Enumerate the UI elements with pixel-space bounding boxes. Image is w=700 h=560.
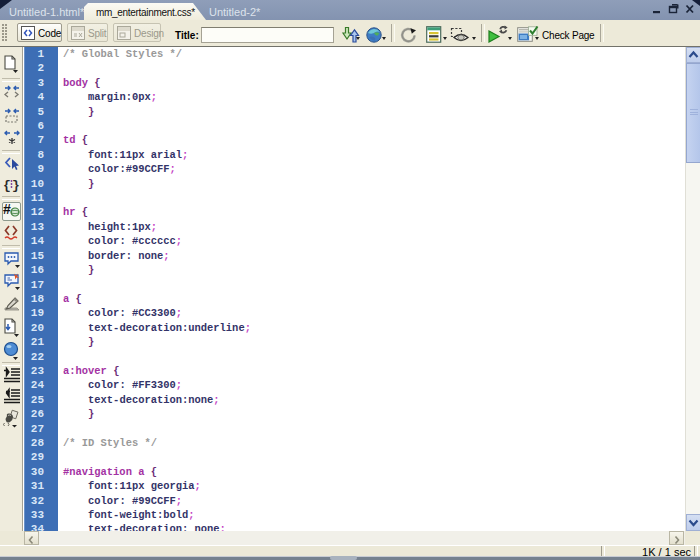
svg-text:#: #: [3, 201, 11, 217]
svg-text:}: }: [12, 178, 20, 193]
svg-text:{: {: [3, 178, 11, 193]
